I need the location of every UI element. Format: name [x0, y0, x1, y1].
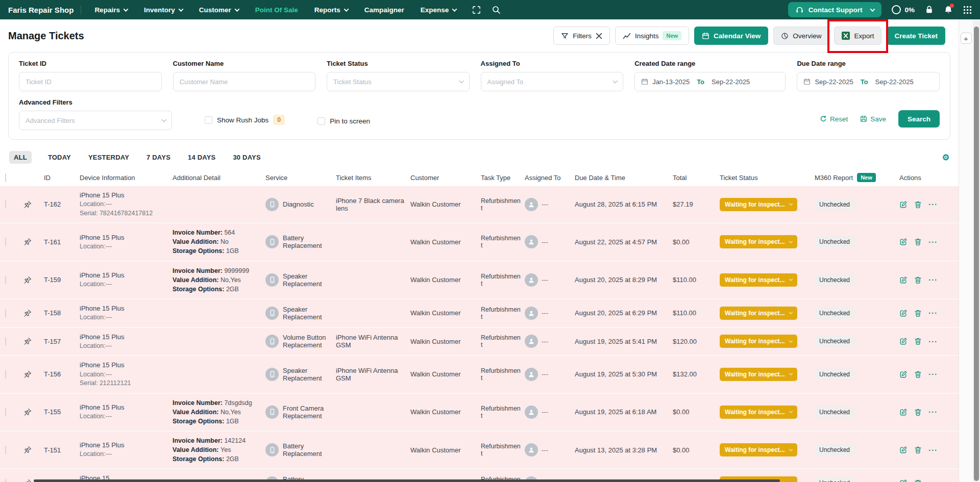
more-actions-icon[interactable]: ··· — [928, 275, 938, 284]
nav-item-repairs[interactable]: Repairs — [94, 6, 128, 14]
nav-item-reports[interactable]: Reports — [314, 6, 348, 14]
pin-icon[interactable] — [23, 309, 41, 317]
select-all-checkbox[interactable] — [5, 174, 20, 182]
due-date-range-picker[interactable]: Sep-22-2025 To Sep-22-2025 — [797, 72, 940, 91]
more-actions-icon[interactable]: ··· — [928, 408, 938, 416]
vertical-scrollbar[interactable] — [973, 19, 980, 482]
ticket-id[interactable]: T-157 — [44, 338, 77, 345]
pin-icon[interactable] — [23, 370, 41, 378]
row-checkbox[interactable] — [5, 200, 20, 208]
tab-14-days[interactable]: 14 DAYS — [187, 151, 216, 164]
scrollbar-thumb[interactable] — [974, 27, 979, 481]
ticket-id[interactable]: T-159 — [44, 276, 77, 284]
pin-icon[interactable] — [23, 408, 41, 416]
ticket-status-dropdown[interactable]: Waiting for inspect... — [720, 405, 797, 419]
notifications-bell-icon[interactable] — [944, 5, 953, 15]
ticket-id[interactable]: T-155 — [44, 408, 77, 416]
overview-button[interactable]: Overview — [773, 27, 829, 45]
advanced-filters-select[interactable]: Advanced Filters — [19, 111, 172, 130]
nav-item-expense[interactable]: Expense — [421, 6, 457, 14]
edit-icon[interactable] — [899, 479, 908, 482]
apps-grid-icon[interactable] — [963, 6, 972, 14]
more-actions-icon[interactable]: ··· — [928, 479, 938, 482]
edit-icon[interactable] — [899, 276, 908, 284]
table-settings-gear-icon[interactable]: ⚙ — [942, 153, 949, 162]
more-actions-icon[interactable]: ··· — [928, 446, 938, 454]
row-checkbox[interactable] — [5, 276, 20, 284]
ticket-id-input[interactable]: Ticket ID — [19, 72, 162, 91]
ticket-status-dropdown[interactable]: Waiting for inspect... — [720, 335, 797, 348]
nav-item-inventory[interactable]: Inventory — [144, 6, 183, 14]
edit-icon[interactable] — [899, 370, 908, 378]
ticket-id[interactable]: T-158 — [44, 309, 77, 317]
edit-icon[interactable] — [899, 337, 908, 345]
pin-icon[interactable] — [23, 238, 41, 246]
pin-icon[interactable] — [23, 446, 41, 454]
fullscreen-scan-icon[interactable] — [472, 5, 481, 15]
edit-icon[interactable] — [899, 309, 908, 317]
create-ticket-button[interactable]: Create Ticket — [887, 27, 945, 45]
pin-to-screen-checkbox[interactable]: Pin to screen — [317, 117, 370, 125]
storage-progress[interactable]: 0% — [892, 5, 915, 14]
nav-item-customer[interactable]: Customer — [199, 6, 239, 14]
nav-item-point-of-sale[interactable]: Point Of Sale — [255, 6, 298, 14]
ticket-status-dropdown[interactable]: Waiting for inspect... — [720, 307, 797, 320]
tab-7-days[interactable]: 7 DAYS — [145, 151, 172, 164]
ticket-status-dropdown[interactable]: Waiting for inspect... — [720, 198, 797, 211]
delete-trash-icon[interactable] — [914, 408, 922, 416]
nav-item-campaigner[interactable]: Campaigner — [364, 6, 404, 14]
ticket-status-dropdown[interactable]: Waiting for inspect... — [720, 368, 797, 381]
customer-name-input[interactable]: Customer Name — [173, 72, 316, 91]
ticket-id[interactable]: T-156 — [44, 370, 77, 378]
horizontal-scrollbar[interactable] — [34, 479, 780, 482]
edit-icon[interactable] — [899, 200, 908, 209]
search-icon[interactable] — [492, 5, 501, 14]
search-button[interactable]: Search — [898, 110, 940, 128]
created-date-range-picker[interactable]: Jan-13-2025 To Sep-22-2025 — [634, 72, 786, 91]
delete-trash-icon[interactable] — [914, 337, 922, 345]
more-actions-icon[interactable]: ··· — [928, 337, 938, 346]
edit-icon[interactable] — [899, 238, 908, 246]
delete-trash-icon[interactable] — [914, 238, 922, 246]
contact-support-button[interactable]: Contact Support — [788, 2, 882, 17]
export-button[interactable]: Export — [834, 27, 881, 45]
ticket-status-select[interactable]: Ticket Status — [327, 72, 470, 91]
delete-trash-icon[interactable] — [914, 200, 922, 209]
add-panel-button[interactable]: + — [961, 33, 972, 44]
pin-icon[interactable] — [23, 200, 41, 209]
ticket-status-dropdown[interactable]: Waiting for inspect... — [720, 273, 797, 287]
tab-yesterday[interactable]: YESTERDAY — [87, 151, 130, 164]
ticket-id[interactable]: T-161 — [44, 238, 77, 246]
insights-button[interactable]: Insights New — [615, 27, 689, 45]
delete-trash-icon[interactable] — [914, 276, 922, 284]
assigned-to-select[interactable]: Assigned To — [481, 72, 624, 91]
more-actions-icon[interactable]: ··· — [928, 309, 938, 317]
ticket-status-dropdown[interactable]: Waiting for inspect... — [720, 443, 797, 456]
tab-today[interactable]: TODAY — [47, 151, 72, 164]
delete-trash-icon[interactable] — [914, 309, 922, 317]
checkbox-icon[interactable] — [317, 117, 325, 125]
row-checkbox[interactable] — [5, 309, 20, 317]
delete-trash-icon[interactable] — [914, 370, 922, 378]
row-checkbox[interactable] — [5, 370, 20, 378]
checkbox-icon[interactable] — [205, 116, 212, 124]
ticket-status-dropdown[interactable]: Waiting for inspect... — [720, 235, 797, 248]
more-actions-icon[interactable]: ··· — [928, 370, 938, 378]
row-checkbox[interactable] — [5, 238, 20, 246]
delete-trash-icon[interactable] — [914, 446, 922, 454]
more-actions-icon[interactable]: ··· — [928, 200, 938, 209]
calendar-view-button[interactable]: Calendar View — [694, 27, 768, 45]
tab-all[interactable]: ALL — [9, 151, 32, 164]
brand-logo[interactable]: Faris Repair Shop — [8, 6, 81, 14]
lock-icon[interactable] — [925, 5, 934, 14]
row-checkbox[interactable] — [5, 338, 20, 345]
ticket-id[interactable]: T-151 — [44, 446, 77, 454]
delete-trash-icon[interactable] — [914, 479, 922, 482]
filters-button[interactable]: Filters — [553, 27, 610, 45]
row-checkbox[interactable] — [5, 479, 20, 482]
show-rush-jobs-checkbox[interactable]: Show Rush Jobs 0 — [205, 115, 285, 125]
ticket-id[interactable]: T-162 — [44, 200, 77, 208]
save-button[interactable]: Save — [860, 115, 886, 123]
pin-icon[interactable] — [23, 337, 41, 345]
more-actions-icon[interactable]: ··· — [928, 238, 938, 246]
